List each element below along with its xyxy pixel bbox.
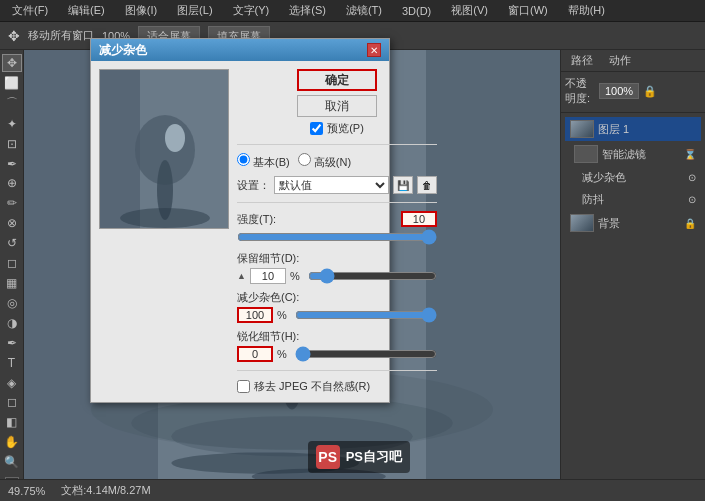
tool-brush[interactable]: ✏ <box>2 194 22 212</box>
tool-eyedropper[interactable]: ✒ <box>2 155 22 173</box>
tool-dodge[interactable]: ◑ <box>2 314 22 332</box>
settings-save-button[interactable]: 💾 <box>393 176 413 194</box>
layer-item-reduce-noise[interactable]: 减少杂色 ⊙ <box>565 167 701 188</box>
dialog-cancel-button[interactable]: 取消 <box>297 95 377 117</box>
status-zoom: 49.75% <box>8 485 45 497</box>
tool-stamp[interactable]: ⊗ <box>2 214 22 232</box>
strength-slider[interactable] <box>237 229 437 245</box>
menu-select[interactable]: 选择(S) <box>285 1 330 20</box>
layer-item-1[interactable]: 图层 1 <box>565 117 701 141</box>
menu-bar: 文件(F) 编辑(E) 图像(I) 图层(L) 文字(Y) 选择(S) 滤镜(T… <box>0 0 705 22</box>
tool-type[interactable]: T <box>2 354 22 372</box>
layer-name-stabilize: 防抖 <box>582 192 684 207</box>
dialog-preview <box>99 69 229 394</box>
move-icon: ✥ <box>8 28 20 44</box>
mode-basic-label: 基本(B) <box>237 153 290 170</box>
tool-3d[interactable]: ◧ <box>2 413 22 431</box>
reduce-input[interactable] <box>237 307 273 323</box>
tab-action[interactable]: 动作 <box>603 51 637 70</box>
menu-edit[interactable]: 编辑(E) <box>64 1 109 20</box>
tool-zoom[interactable]: 🔍 <box>2 453 22 471</box>
layer-name-reduce-noise: 减少杂色 <box>582 170 684 185</box>
menu-view[interactable]: 视图(V) <box>447 1 492 20</box>
bg-lock-icon: 🔒 <box>684 218 696 229</box>
reduce-label: 减少杂色(C): <box>237 290 299 305</box>
toolbar-active-tool: 移动所有窗口 <box>28 28 94 43</box>
reduce-percent: % <box>277 309 291 321</box>
mode-advanced-radio[interactable] <box>298 153 311 166</box>
tool-pen[interactable]: ✒ <box>2 334 22 352</box>
status-doc-size: 文档:4.14M/8.27M <box>61 483 150 498</box>
layer-item-smart-filters[interactable]: 智能滤镜 ⌛ <box>565 142 701 166</box>
right-panel-tabs: 路径 动作 <box>561 50 705 72</box>
dialog-close-button[interactable]: ✕ <box>367 43 381 57</box>
tool-path-select[interactable]: ◈ <box>2 374 22 392</box>
menu-layer[interactable]: 图层(L) <box>173 1 216 20</box>
tool-move[interactable]: ✥ <box>2 54 22 72</box>
tool-blur[interactable]: ◎ <box>2 294 22 312</box>
tool-wand[interactable]: ✦ <box>2 115 22 133</box>
preview-svg <box>100 70 229 229</box>
right-panels: 路径 动作 不透明度: 🔒 图层 1 智能滤镜 ⌛ <box>560 50 705 501</box>
layer-name-1: 图层 1 <box>598 122 696 137</box>
menu-help[interactable]: 帮助(H) <box>564 1 609 20</box>
menu-text[interactable]: 文字(Y) <box>229 1 274 20</box>
layer-name-bg: 背景 <box>598 216 680 231</box>
layer-thumb-bg <box>570 214 594 232</box>
menu-window[interactable]: 窗口(W) <box>504 1 552 20</box>
watermark: PS PS自习吧 <box>308 441 410 473</box>
dialog-confirm-button[interactable]: 确定 <box>297 69 377 91</box>
reduce-noise-dialog[interactable]: 减少杂色 ✕ <box>90 38 390 403</box>
sharpen-slider[interactable] <box>295 348 437 360</box>
menu-image[interactable]: 图像(I) <box>121 1 161 20</box>
opacity-label: 不透明度: <box>565 76 595 106</box>
ps-logo: PS <box>316 445 340 469</box>
tool-shape[interactable]: ◻ <box>2 394 22 412</box>
watermark-text: PS自习吧 <box>346 448 402 466</box>
settings-delete-button[interactable]: 🗑 <box>417 176 437 194</box>
sharpen-label: 锐化细节(H): <box>237 329 299 344</box>
layer-item-background[interactable]: 背景 🔒 <box>565 211 701 235</box>
divider-1 <box>237 144 437 145</box>
preserve-up-icon: ▲ <box>237 271 246 281</box>
settings-label: 设置： <box>237 178 270 193</box>
lock-icon: 🔒 <box>643 85 657 98</box>
sharpen-input[interactable] <box>237 346 273 362</box>
menu-3d[interactable]: 3D(D) <box>398 3 435 19</box>
settings-select[interactable]: 默认值 <box>274 176 389 194</box>
menu-file[interactable]: 文件(F) <box>8 1 52 20</box>
mode-basic-radio[interactable] <box>237 153 250 166</box>
menu-filter[interactable]: 滤镜(T) <box>342 1 386 20</box>
svg-rect-10 <box>426 50 560 501</box>
tool-lasso[interactable]: ⌒ <box>2 94 22 113</box>
move-jpeg-checkbox[interactable] <box>237 380 250 393</box>
tool-gradient[interactable]: ▦ <box>2 274 22 292</box>
tool-hand[interactable]: ✋ <box>2 433 22 451</box>
preview-checkbox[interactable] <box>310 122 323 135</box>
layer-item-stabilize[interactable]: 防抖 ⊙ <box>565 189 701 210</box>
move-jpeg-label: 移去 JPEG 不自然感(R) <box>254 379 370 394</box>
move-jpeg-row: 移去 JPEG 不自然感(R) <box>237 379 437 394</box>
tool-heal[interactable]: ⊕ <box>2 175 22 193</box>
dialog-titlebar[interactable]: 减少杂色 ✕ <box>91 39 389 61</box>
tool-history-brush[interactable]: ↺ <box>2 234 22 252</box>
stabilize-icon: ⊙ <box>688 194 696 205</box>
reduce-slider[interactable] <box>295 309 437 321</box>
sharpen-percent: % <box>277 348 291 360</box>
dialog-title: 减少杂色 <box>99 42 147 59</box>
preserve-input[interactable] <box>250 268 286 284</box>
tool-crop[interactable]: ⊡ <box>2 135 22 153</box>
strength-row: 强度(T): <box>237 211 437 245</box>
opacity-section: 不透明度: 🔒 <box>561 72 705 113</box>
mode-advanced-label: 高级(N) <box>298 153 351 170</box>
tab-path[interactable]: 路径 <box>565 51 599 70</box>
opacity-input[interactable] <box>599 83 639 99</box>
strength-input[interactable] <box>401 211 437 227</box>
tool-marquee[interactable]: ⬜ <box>2 74 22 92</box>
tool-eraser[interactable]: ◻ <box>2 254 22 272</box>
preserve-percent: % <box>290 270 304 282</box>
tools-panel: ✥ ⬜ ⌒ ✦ ⊡ ✒ ⊕ ✏ ⊗ ↺ ◻ ▦ ◎ ◑ ✒ T ◈ ◻ ◧ ✋ … <box>0 50 24 501</box>
svg-rect-14 <box>100 70 140 229</box>
preserve-slider[interactable] <box>308 270 437 282</box>
smart-filter-icon: ⌛ <box>684 149 696 160</box>
